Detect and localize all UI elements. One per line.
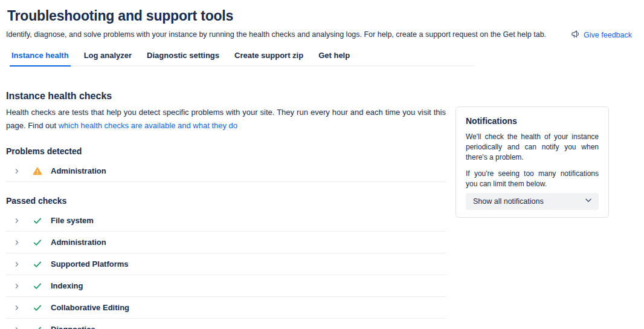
- megaphone-icon: [571, 30, 580, 41]
- check-row-diagnostics[interactable]: Diagnostics: [6, 319, 446, 329]
- passed-checks-heading: Passed checks: [6, 195, 446, 206]
- check-row-file-system[interactable]: File system: [6, 210, 446, 232]
- page-title: Troubleshooting and support tools: [7, 7, 632, 24]
- check-row-administration[interactable]: Administration: [6, 160, 446, 182]
- check-icon: [33, 303, 42, 313]
- check-label: Administration: [51, 166, 106, 175]
- content-area: Instance health checks Health checks are…: [6, 80, 632, 329]
- warning-triangle-icon: [33, 166, 42, 176]
- chevron-right-icon: [13, 217, 21, 224]
- chevron-right-icon: [13, 326, 21, 329]
- tab-bar: Instance healthLog analyzerDiagnostic se…: [10, 48, 474, 67]
- notifications-paragraph-2: If you're seeing too many notifications …: [466, 169, 599, 189]
- chevron-right-icon: [13, 261, 21, 268]
- health-checks-docs-link[interactable]: which health checks are available and wh…: [59, 121, 237, 130]
- notifications-title: Notifications: [466, 116, 599, 126]
- tab-create-support-zip[interactable]: Create support zip: [233, 48, 305, 67]
- problems-detected-heading: Problems detected: [6, 146, 446, 157]
- check-label: Collaborative Editing: [51, 303, 129, 312]
- tab-log-analyzer[interactable]: Log analyzer: [82, 48, 134, 67]
- notifications-filter-select[interactable]: Show all notifications: [466, 193, 599, 210]
- page-subtitle: Identify, diagnose, and solve problems w…: [6, 30, 561, 40]
- passed-list: File systemAdministrationSupported Platf…: [6, 210, 446, 329]
- chevron-right-icon: [13, 282, 21, 290]
- check-label: Diagnostics: [51, 325, 95, 329]
- check-icon: [33, 281, 42, 291]
- check-row-administration[interactable]: Administration: [6, 232, 446, 253]
- check-row-collaborative-editing[interactable]: Collaborative Editing: [6, 297, 446, 319]
- instance-health-heading: Instance health checks: [6, 90, 446, 102]
- tab-diagnostic-settings[interactable]: Diagnostic settings: [145, 48, 221, 67]
- check-label: Administration: [51, 238, 106, 247]
- notifications-panel: Notifications We'll check the health of …: [456, 106, 609, 218]
- check-label: File system: [51, 216, 94, 225]
- check-icon: [33, 259, 42, 269]
- health-description: Health checks are tests that help you de…: [6, 106, 446, 132]
- instance-health-section: Instance health checks Health checks are…: [6, 80, 446, 329]
- notifications-filter-value: Show all notifications: [473, 197, 544, 206]
- troubleshooting-page: Troubleshooting and support tools Identi…: [0, 0, 644, 329]
- tab-instance-health[interactable]: Instance health: [10, 48, 71, 67]
- check-row-supported-platforms[interactable]: Supported Platforms: [6, 253, 446, 275]
- chevron-right-icon: [13, 304, 21, 311]
- problems-list: Administration: [6, 160, 446, 182]
- give-feedback-link[interactable]: Give feedback: [571, 30, 632, 41]
- tab-get-help[interactable]: Get help: [317, 48, 352, 67]
- page-subheader: Identify, diagnose, and solve problems w…: [6, 30, 632, 41]
- check-icon: [33, 216, 42, 226]
- notifications-paragraph-1: We'll check the health of your instance …: [466, 132, 599, 163]
- chevron-right-icon: [13, 168, 21, 175]
- check-label: Indexing: [51, 281, 83, 290]
- chevron-down-icon: [584, 196, 593, 207]
- check-label: Supported Platforms: [51, 259, 129, 269]
- check-icon: [33, 325, 42, 329]
- give-feedback-label: Give feedback: [584, 31, 632, 39]
- check-row-indexing[interactable]: Indexing: [6, 275, 446, 297]
- check-icon: [33, 238, 42, 247]
- chevron-right-icon: [13, 239, 21, 246]
